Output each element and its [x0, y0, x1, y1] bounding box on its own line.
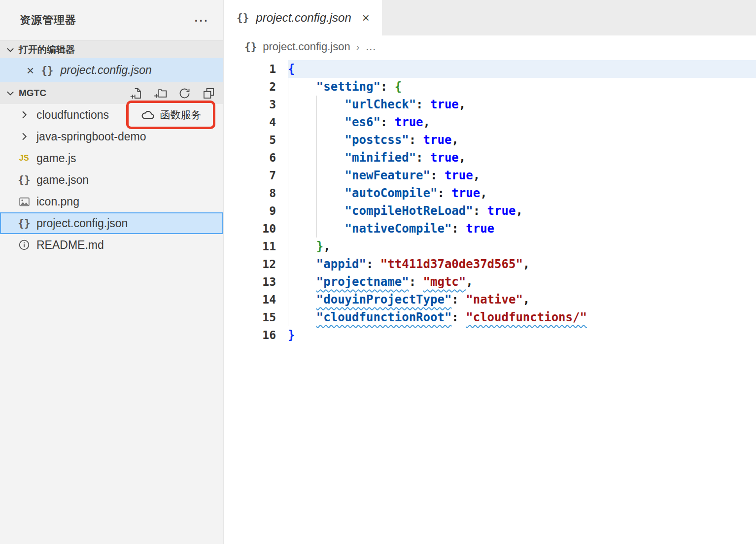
token: : — [416, 151, 430, 165]
token: : — [437, 186, 451, 200]
code-line-1[interactable]: 1{ — [224, 60, 756, 78]
collapse-all-button[interactable] — [202, 87, 215, 100]
tree-item-game.json[interactable]: {}game.json — [0, 169, 223, 191]
code-text: "autoCompile": true, — [288, 184, 487, 202]
token: "cloudfunctions/" — [466, 310, 587, 324]
line-number: 15 — [224, 308, 276, 326]
code-line-14[interactable]: 14 "douyinProjectType": "native", — [224, 291, 756, 308]
token: , — [459, 98, 466, 111]
tree-item-icon.png[interactable]: icon.png — [0, 191, 223, 212]
token: , — [480, 186, 487, 200]
code-line-4[interactable]: 4 "es6": true, — [224, 113, 756, 131]
chevron-down-icon — [5, 88, 16, 99]
tree-item-README.md[interactable]: README.md — [0, 234, 223, 256]
close-icon[interactable]: × — [27, 64, 34, 77]
token: "native" — [466, 293, 523, 306]
token: : — [451, 310, 466, 324]
project-name: MGTC — [19, 88, 127, 99]
token: } — [288, 328, 295, 342]
token — [288, 275, 316, 289]
token — [288, 239, 316, 253]
code-text: "minified": true, — [288, 149, 466, 167]
json-icon: {} — [17, 217, 32, 229]
indent-guide — [316, 96, 317, 238]
code-line-15[interactable]: 15 "cloudfunctionRoot": "cloudfunctions/… — [224, 308, 756, 326]
token: , — [451, 133, 458, 147]
code-text: "es6": true, — [288, 113, 430, 131]
token: "appid" — [316, 257, 366, 271]
line-number: 6 — [224, 149, 276, 167]
code-line-5[interactable]: 5 "postcss": true, — [224, 131, 756, 149]
tab-project-config-json[interactable]: {} project.config.json × — [224, 0, 383, 35]
chevron-right-icon — [17, 109, 32, 121]
tree-item-label: cloudfunctions — [36, 108, 109, 122]
token: : — [409, 133, 423, 147]
token: , — [423, 115, 430, 129]
breadcrumb: {} project.config.json › … — [224, 35, 756, 58]
token: : — [380, 80, 395, 94]
code-text: "nativeCompile": true — [288, 220, 494, 238]
line-number: 13 — [224, 273, 276, 291]
token: true — [395, 115, 423, 129]
code-line-9[interactable]: 9 "compileHotReLoad": true, — [224, 202, 756, 220]
code-line-7[interactable]: 7 "newFeature": true, — [224, 167, 756, 184]
token: "nativeCompile" — [345, 222, 452, 236]
token: true — [423, 133, 452, 147]
code-line-13[interactable]: 13 "projectname": "mgtc", — [224, 273, 756, 291]
open-editors-list: ×{}project.config.json — [0, 58, 223, 82]
token: true — [430, 151, 459, 165]
breadcrumb-more[interactable]: … — [365, 40, 376, 53]
breadcrumb-file[interactable]: project.config.json — [263, 40, 350, 53]
token: , — [473, 169, 480, 182]
code-text: "setting": { — [288, 78, 402, 96]
token: , — [459, 151, 466, 165]
token — [288, 80, 316, 94]
badge-label: 函数服务 — [160, 108, 202, 122]
code-lines: 1{2 "setting": {3 "urlCheck": true,4 "es… — [224, 60, 756, 344]
token: "newFeature" — [345, 169, 430, 182]
token: : — [416, 98, 430, 111]
code-line-3[interactable]: 3 "urlCheck": true, — [224, 96, 756, 113]
token: "autoCompile" — [345, 186, 438, 200]
token: "setting" — [316, 80, 380, 94]
line-number: 3 — [224, 96, 276, 113]
indent-guide — [288, 78, 288, 326]
token: { — [395, 80, 402, 94]
token: true — [451, 186, 480, 200]
code-line-6[interactable]: 6 "minified": true, — [224, 149, 756, 167]
token: "urlCheck" — [345, 98, 416, 111]
token: : — [366, 257, 380, 271]
code-line-2[interactable]: 2 "setting": { — [224, 78, 756, 96]
code-text: "douyinProjectType": "native", — [288, 291, 530, 308]
explorer-title: 资源管理器 — [20, 13, 76, 28]
open-editors-section-header[interactable]: 打开的编辑器 — [0, 40, 223, 58]
cloudfunctions-service-badge[interactable]: 函数服务 — [126, 101, 215, 129]
refresh-button[interactable] — [178, 87, 191, 100]
more-actions-icon[interactable]: ⋯ — [194, 13, 208, 28]
tree-item-project.config.json[interactable]: {}project.config.json — [0, 212, 223, 234]
token: "es6" — [345, 115, 380, 129]
open-editor-item[interactable]: ×{}project.config.json — [0, 58, 223, 82]
code-text: }, — [288, 238, 331, 255]
new-file-button[interactable] — [130, 87, 143, 100]
new-folder-button[interactable] — [154, 87, 167, 100]
line-number: 14 — [224, 291, 276, 308]
code-line-12[interactable]: 12 "appid": "tt411d37a0de37d565", — [224, 255, 756, 273]
token: "mgtc" — [423, 275, 466, 289]
token: : — [380, 115, 395, 129]
tree-item-game.js[interactable]: JSgame.js — [0, 147, 223, 169]
line-number: 11 — [224, 238, 276, 255]
code-line-8[interactable]: 8 "autoCompile": true, — [224, 184, 756, 202]
line-number: 2 — [224, 78, 276, 96]
tab-close-icon[interactable]: × — [362, 11, 370, 24]
token: "minified" — [345, 151, 416, 165]
line-number: 12 — [224, 255, 276, 273]
json-icon: {} — [41, 65, 53, 76]
code-line-16[interactable]: 16} — [224, 326, 756, 344]
line-number: 1 — [224, 60, 276, 78]
line-number: 8 — [224, 184, 276, 202]
code-line-10[interactable]: 10 "nativeCompile": true — [224, 220, 756, 238]
tree-item-label: README.md — [36, 238, 104, 252]
code-line-11[interactable]: 11 }, — [224, 238, 756, 255]
token: } — [316, 239, 323, 253]
